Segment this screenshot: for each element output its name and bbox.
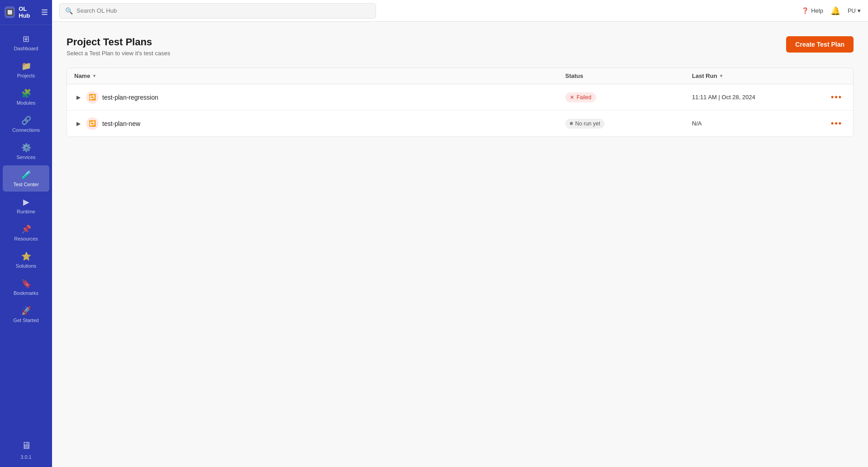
row-name-cell: ▶ 🔁 test-plan-regression	[74, 91, 565, 104]
logo-text: OL Hub	[19, 5, 38, 19]
col-name-label: Name	[74, 72, 90, 79]
chevron-down-icon: ▾	[858, 7, 861, 14]
bookmarks-icon: 🔖	[21, 279, 31, 289]
search-icon: 🔍	[65, 7, 73, 14]
page-content: Project Test Plans Select a Test Plan to…	[52, 22, 868, 467]
col-status-label: Status	[565, 72, 583, 79]
row-expand-button[interactable]: ▶	[74, 93, 82, 101]
sidebar-nav: ⊞ Dashboard 📁 Projects 🧩 Modules 🔗 Conne…	[0, 25, 52, 433]
last-run-sort-icon: ▼	[719, 73, 724, 78]
sidebar-item-resources[interactable]: 📌 Resources	[3, 220, 49, 246]
sidebar-item-label: Runtime	[17, 209, 35, 214]
page-title: Project Test Plans	[67, 36, 170, 48]
modules-icon: 🧩	[21, 88, 31, 98]
row-plan-name: test-plan-new	[102, 120, 140, 127]
topbar: 🔍 ❓ Help 🔔 PU ▾	[52, 0, 868, 22]
resources-icon: 📌	[21, 224, 31, 234]
sidebar-item-modules[interactable]: 🧩 Modules	[3, 84, 49, 110]
sidebar-item-label: Resources	[14, 236, 38, 241]
sidebar-item-label: Get Started	[13, 318, 38, 323]
runtime-icon: ▶	[23, 197, 29, 207]
row-actions-cell: •••	[819, 117, 846, 130]
notifications-button[interactable]: 🔔	[830, 6, 840, 16]
row-last-run-cell: N/A	[692, 120, 819, 127]
sidebar-item-dashboard[interactable]: ⊞ Dashboard	[3, 29, 49, 56]
row-plan-name: test-plan-regression	[102, 94, 158, 101]
row-name-cell: ▶ 🔁 test-plan-new	[74, 117, 565, 130]
version-label: 3.0.1	[20, 454, 31, 460]
row-status-cell: ✕ Failed	[565, 92, 692, 102]
topbar-right: ❓ Help 🔔 PU ▾	[801, 6, 861, 16]
help-circle-icon: ❓	[801, 7, 809, 14]
help-button[interactable]: ❓ Help	[801, 7, 823, 14]
status-badge: ✕ Failed	[565, 92, 596, 102]
connections-icon: 🔗	[21, 116, 31, 125]
col-header-status: Status	[565, 72, 692, 79]
row-more-button[interactable]: •••	[827, 117, 846, 130]
search-input[interactable]	[76, 7, 370, 14]
sidebar-item-get-started[interactable]: 🚀 Get Started	[3, 301, 49, 327]
status-label: No run yet	[575, 120, 600, 127]
sidebar-item-label: Projects	[17, 73, 35, 78]
get-started-icon: 🚀	[21, 306, 31, 316]
user-avatar: PU	[848, 7, 856, 14]
row-last-run-cell: 11:11 AM | Oct 28, 2024	[692, 94, 819, 101]
table-row: ▶ 🔁 test-plan-regression ✕ Failed 11:11 …	[67, 84, 853, 111]
row-actions-cell: •••	[819, 91, 846, 104]
sidebar: 🔲 OL Hub ☰ ⊞ Dashboard 📁 Projects 🧩 Modu…	[0, 0, 52, 467]
main-content: 🔍 ❓ Help 🔔 PU ▾ Project Test Plans Selec…	[52, 0, 868, 467]
user-menu-button[interactable]: PU ▾	[848, 7, 861, 14]
test-plans-table: Name ▼ Status Last Run ▼ ▶ 🔁 test-plan-r…	[67, 67, 854, 137]
sidebar-item-label: Modules	[17, 100, 36, 106]
dashboard-icon: ⊞	[23, 34, 29, 44]
sidebar-item-runtime[interactable]: ▶ Runtime	[3, 193, 49, 219]
help-label: Help	[811, 7, 823, 14]
footer-icon: 🖥	[21, 440, 31, 452]
row-status-cell: No run yet	[565, 119, 692, 129]
row-more-button[interactable]: •••	[827, 91, 846, 104]
status-badge: No run yet	[565, 119, 605, 129]
row-plan-icon: 🔁	[86, 117, 99, 130]
page-header-text: Project Test Plans Select a Test Plan to…	[67, 36, 170, 57]
collapse-button[interactable]: ☰	[41, 8, 48, 17]
row-expand-button[interactable]: ▶	[74, 120, 82, 128]
sidebar-footer: 🖥 3.0.1	[17, 433, 35, 467]
sidebar-item-bookmarks[interactable]: 🔖 Bookmarks	[3, 274, 49, 300]
page-subtitle: Select a Test Plan to view it's test cas…	[67, 50, 170, 57]
sidebar-item-label: Connections	[12, 127, 40, 133]
logo-icon: 🔲	[5, 6, 15, 18]
col-header-name[interactable]: Name ▼	[74, 72, 565, 79]
sidebar-item-label: Test Center	[13, 182, 38, 187]
failed-x-icon: ✕	[570, 94, 574, 101]
sidebar-logo: 🔲 OL Hub ☰	[0, 0, 52, 25]
table-row: ▶ 🔁 test-plan-new No run yet N/A •••	[67, 111, 853, 136]
projects-icon: 📁	[21, 61, 31, 71]
sidebar-item-projects[interactable]: 📁 Projects	[3, 57, 49, 83]
sidebar-item-label: Dashboard	[14, 46, 38, 51]
col-last-run-label: Last Run	[692, 72, 717, 79]
sidebar-item-test-center[interactable]: 🧪 Test Center	[3, 165, 49, 192]
page-header: Project Test Plans Select a Test Plan to…	[67, 36, 854, 57]
sidebar-item-label: Services	[16, 154, 35, 160]
row-plan-icon: 🔁	[86, 91, 99, 104]
create-test-plan-button[interactable]: Create Test Plan	[786, 36, 854, 53]
solutions-icon: ⭐	[21, 251, 31, 261]
sidebar-item-services[interactable]: ⚙️ Services	[3, 138, 49, 164]
name-sort-icon: ▼	[92, 73, 96, 78]
sidebar-item-connections[interactable]: 🔗 Connections	[3, 111, 49, 137]
col-header-last-run[interactable]: Last Run ▼	[692, 72, 819, 79]
sidebar-item-label: Solutions	[16, 263, 36, 269]
table-header: Name ▼ Status Last Run ▼	[67, 68, 853, 84]
sidebar-item-label: Bookmarks	[14, 290, 38, 296]
services-icon: ⚙️	[21, 143, 31, 153]
no-run-dot-icon	[570, 122, 573, 125]
col-header-actions	[819, 72, 846, 79]
bell-icon: 🔔	[830, 6, 840, 15]
status-label: Failed	[577, 94, 591, 101]
test-center-icon: 🧪	[21, 170, 31, 180]
search-bar[interactable]: 🔍	[59, 3, 376, 19]
sidebar-item-solutions[interactable]: ⭐ Solutions	[3, 247, 49, 273]
